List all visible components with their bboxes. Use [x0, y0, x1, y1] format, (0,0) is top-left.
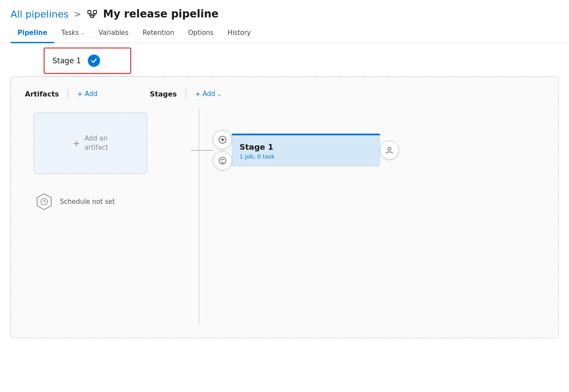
- svg-point-15: [388, 148, 391, 151]
- add-artifact-text: Add an artifact: [84, 134, 108, 152]
- svg-rect-1: [94, 10, 97, 14]
- stages-add-button[interactable]: + Add ⌄: [195, 90, 222, 98]
- stage-popup-label: Stage 1: [52, 56, 81, 65]
- tab-history[interactable]: History: [220, 24, 257, 43]
- page-title: My release pipeline: [103, 8, 219, 20]
- tab-options[interactable]: Options: [181, 24, 221, 43]
- stage-popup[interactable]: Stage 1: [44, 48, 131, 74]
- tab-pipeline[interactable]: Pipeline: [10, 24, 54, 43]
- stage-card-title: Stage 1: [239, 142, 372, 151]
- breadcrumb-separator: >: [74, 9, 81, 19]
- stages-section-header: Stages + Add ⌄: [150, 89, 222, 99]
- stages-plus-icon: +: [195, 90, 201, 98]
- stages-divider: [186, 89, 187, 99]
- stage-approver-icon[interactable]: [380, 141, 399, 160]
- tabs-bar: Pipeline Tasks ⌄ Variables Retention Opt…: [0, 24, 569, 43]
- canvas-headers: Artifacts + Add Stages + Add ⌄: [25, 89, 544, 99]
- breadcrumb-link[interactable]: All pipelines: [10, 9, 69, 20]
- schedule-icon: [34, 191, 55, 212]
- artifacts-column: + Add an artifact: [25, 113, 195, 212]
- svg-rect-0: [88, 10, 91, 14]
- pipeline-canvas: Artifacts + Add Stages + Add ⌄: [10, 76, 559, 338]
- tasks-chevron-icon: ⌄: [80, 30, 84, 36]
- schedule-label: Schedule not set: [60, 197, 115, 206]
- tab-retention[interactable]: Retention: [135, 24, 181, 43]
- page-header: All pipelines > My release pipeline: [0, 0, 569, 20]
- svg-point-14: [222, 162, 223, 163]
- svg-marker-12: [222, 138, 225, 141]
- stage-pre-deploy-icon[interactable]: [213, 151, 232, 170]
- pipeline-main: Stage 1 Artifacts + Add Stages: [0, 43, 569, 349]
- pipeline-icon: [87, 8, 98, 20]
- tab-variables[interactable]: Variables: [92, 24, 136, 43]
- artifacts-label: Artifacts: [25, 90, 59, 98]
- add-artifact-box[interactable]: + Add an artifact: [34, 113, 147, 174]
- stage-card-subtitle: 1 job, 0 task: [239, 153, 372, 160]
- stages-add-label: Add: [202, 90, 215, 98]
- schedule-box[interactable]: Schedule not set: [34, 191, 187, 212]
- artifacts-add-button[interactable]: + Add: [77, 90, 97, 98]
- stage-popup-check-icon: [88, 55, 100, 67]
- stages-add-chevron-icon: ⌄: [217, 91, 222, 97]
- connector-line: [191, 150, 213, 151]
- tab-tasks[interactable]: Tasks ⌄: [54, 24, 91, 43]
- stage-trigger-icon[interactable]: [213, 130, 232, 149]
- stage-card[interactable]: Stage 1 1 job, 0 task: [232, 134, 380, 167]
- artifacts-divider: [68, 89, 69, 99]
- artifacts-section-header: Artifacts + Add: [25, 89, 97, 99]
- artifacts-plus-icon: +: [77, 90, 83, 98]
- add-artifact-plus-icon: +: [73, 138, 80, 148]
- canvas-columns: + Add an artifact: [25, 113, 544, 212]
- stages-label: Stages: [150, 90, 177, 98]
- stages-column: Stage 1 1 job, 0 task: [195, 113, 544, 212]
- stage-card-wrapper: Stage 1 1 job, 0 task: [213, 130, 544, 170]
- stage-left-icons: [213, 130, 232, 170]
- artifacts-add-label: Add: [85, 90, 97, 98]
